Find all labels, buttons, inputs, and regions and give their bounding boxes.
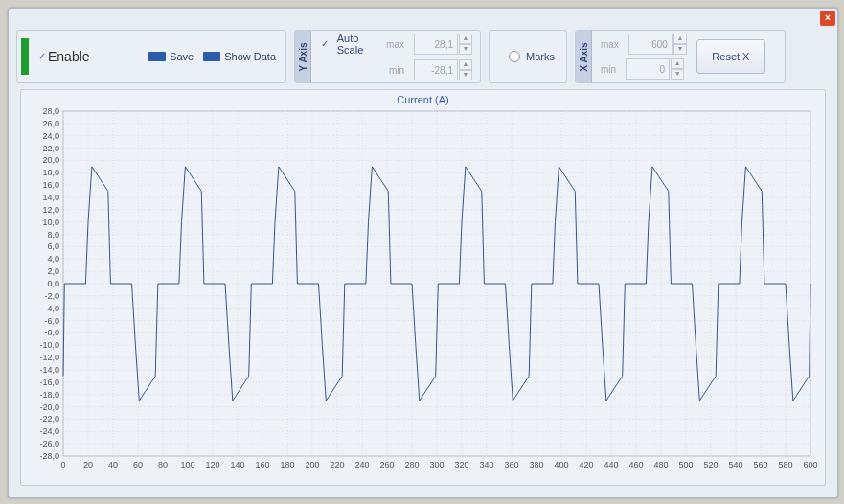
svg-text:-26,0: -26,0 [39, 439, 59, 448]
xaxis-tab-label: X Axis [579, 42, 589, 71]
svg-text:540: 540 [728, 460, 742, 470]
close-icon[interactable]: × [820, 11, 835, 26]
svg-text:12,0: 12,0 [42, 205, 59, 215]
svg-text:60: 60 [133, 460, 143, 470]
xmax-down-icon[interactable]: ▼ [673, 44, 687, 55]
svg-text:500: 500 [678, 460, 693, 470]
enable-checkbox[interactable]: ✓ [36, 51, 48, 62]
svg-text:80: 80 [158, 460, 168, 470]
svg-text:6,0: 6,0 [47, 241, 59, 251]
svg-text:4,0: 4,0 [47, 254, 59, 263]
svg-text:-12,0: -12,0 [39, 353, 59, 362]
svg-text:360: 360 [504, 460, 518, 470]
svg-text:440: 440 [604, 460, 618, 470]
app-window: × ✓ Enable Save Show Data Y Axis ✓ Auto … [8, 8, 838, 498]
save-button[interactable]: Save [148, 51, 194, 62]
svg-text:8,0: 8,0 [47, 230, 59, 240]
svg-text:-4,0: -4,0 [44, 304, 59, 313]
show-data-label: Show Data [224, 51, 276, 62]
ymin-label: min [389, 65, 404, 76]
svg-text:260: 260 [379, 460, 394, 470]
svg-text:140: 140 [230, 460, 244, 470]
svg-text:180: 180 [280, 460, 294, 470]
xaxis-tab[interactable]: X Axis [576, 31, 592, 82]
svg-text:18,0: 18,0 [42, 168, 59, 177]
xmax-input[interactable] [628, 34, 673, 55]
ymin-up-icon[interactable]: ▲ [459, 59, 472, 70]
svg-text:20: 20 [83, 460, 93, 470]
svg-text:28,0: 28,0 [42, 106, 59, 116]
svg-text:26,0: 26,0 [42, 119, 59, 128]
svg-text:-18,0: -18,0 [39, 390, 59, 400]
marks-panel: Marks [489, 30, 567, 83]
svg-text:520: 520 [703, 460, 718, 470]
svg-text:580: 580 [778, 460, 792, 470]
xmin-stepper[interactable]: ▲▼ [626, 58, 684, 80]
enable-indicator [21, 38, 29, 75]
svg-text:240: 240 [354, 460, 369, 470]
xmax-up-icon[interactable]: ▲ [673, 34, 687, 44]
svg-text:-28,0: -28,0 [39, 451, 59, 461]
svg-text:10,0: 10,0 [42, 218, 59, 227]
svg-text:2,0: 2,0 [47, 266, 59, 276]
reset-x-button[interactable]: Reset X [696, 39, 765, 74]
svg-text:120: 120 [205, 460, 219, 470]
marks-radio[interactable] [509, 51, 520, 62]
svg-text:-6,0: -6,0 [44, 316, 59, 326]
ymax-stepper[interactable]: ▲▼ [414, 34, 472, 55]
titlebar: × [9, 9, 837, 26]
ymin-input[interactable] [414, 59, 458, 80]
xmin-input[interactable] [626, 58, 670, 80]
yaxis-panel: Y Axis ✓ Auto Scale max ▲▼ min ▲▼ [294, 30, 481, 83]
svg-text:220: 220 [330, 460, 344, 470]
autoscale-label: Auto Scale [337, 33, 378, 56]
svg-text:14,0: 14,0 [42, 193, 59, 202]
chart-title: Current (A) [21, 90, 825, 105]
yaxis-tab-label: Y Axis [298, 42, 308, 71]
xmin-up-icon[interactable]: ▲ [671, 58, 684, 69]
svg-text:-22,0: -22,0 [39, 414, 59, 424]
save-label: Save [170, 51, 194, 62]
svg-text:0,0: 0,0 [47, 279, 59, 288]
svg-text:460: 460 [628, 460, 643, 470]
svg-text:380: 380 [529, 460, 543, 470]
svg-text:24,0: 24,0 [42, 131, 59, 141]
svg-text:-2,0: -2,0 [44, 291, 59, 301]
svg-text:320: 320 [454, 460, 468, 470]
svg-text:16,0: 16,0 [42, 180, 59, 190]
svg-text:40: 40 [108, 460, 118, 470]
svg-text:-10,0: -10,0 [39, 340, 59, 350]
xaxis-panel: X Axis max ▲▼ min ▲▼ [575, 30, 786, 83]
svg-text:600: 600 [803, 460, 817, 470]
show-data-button[interactable]: Show Data [203, 51, 276, 62]
ymin-stepper[interactable]: ▲▼ [414, 59, 472, 80]
svg-text:100: 100 [180, 460, 194, 470]
svg-text:560: 560 [753, 460, 767, 470]
svg-text:20,0: 20,0 [42, 155, 59, 165]
svg-text:400: 400 [554, 460, 568, 470]
svg-text:480: 480 [653, 460, 668, 470]
svg-text:200: 200 [305, 460, 319, 470]
enable-label: Enable [48, 49, 90, 64]
xmax-stepper[interactable]: ▲▼ [628, 34, 687, 55]
svg-text:-8,0: -8,0 [44, 328, 59, 337]
svg-text:22,0: 22,0 [42, 144, 59, 153]
ymax-down-icon[interactable]: ▼ [459, 44, 472, 55]
svg-text:-24,0: -24,0 [39, 426, 59, 436]
autoscale-checkbox[interactable]: ✓ [320, 38, 330, 50]
xmin-down-icon[interactable]: ▼ [671, 69, 684, 80]
yaxis-tab[interactable]: Y Axis [295, 31, 311, 82]
svg-text:420: 420 [579, 460, 593, 470]
svg-text:0: 0 [60, 460, 65, 470]
svg-text:300: 300 [429, 460, 444, 470]
ymin-down-icon[interactable]: ▼ [459, 70, 472, 80]
chart-panel: Current (A) 28,026,024,022,020,018,016,0… [20, 89, 826, 486]
ymax-input[interactable] [414, 34, 458, 55]
svg-text:340: 340 [479, 460, 493, 470]
svg-text:-14,0: -14,0 [39, 365, 59, 375]
chart-canvas: 28,026,024,022,020,018,016,014,012,010,0… [21, 105, 818, 477]
marks-label: Marks [526, 51, 555, 62]
xmax-label: max [601, 39, 619, 50]
ymax-up-icon[interactable]: ▲ [459, 34, 472, 44]
svg-text:160: 160 [255, 460, 269, 470]
